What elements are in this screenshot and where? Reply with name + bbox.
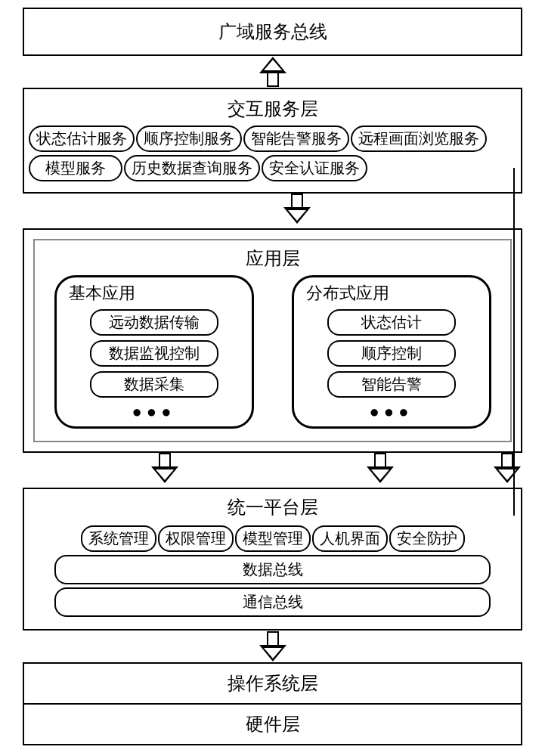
arrow-platform-to-os	[23, 631, 522, 662]
service-history-query: 历史数据查询服务	[124, 155, 260, 181]
platform-title: 统一平台层	[54, 494, 491, 525]
dist-more-icon: ●●●	[302, 402, 482, 422]
dist-item-2: 智能告警	[327, 371, 456, 398]
basic-item-0: 远动数据传输	[90, 309, 218, 336]
plat-security: 安全防护	[389, 525, 465, 552]
application-inner-frame: 应用层 基本应用 远动数据传输 数据监视控制 数据采集 ●●● 分布式应用 状态…	[33, 239, 512, 442]
basic-item-2: 数据采集	[90, 371, 218, 398]
basic-more-icon: ●●●	[64, 402, 244, 422]
service-security-auth: 安全认证服务	[262, 155, 367, 181]
plat-perm-mgmt: 权限管理	[158, 525, 234, 552]
plat-data-bus: 数据总线	[54, 555, 491, 584]
hardware-title: 硬件层	[24, 703, 521, 744]
distributed-app-box: 分布式应用 状态估计 顺序控制 智能告警 ●●●	[292, 275, 491, 429]
plat-comm-bus: 通信总线	[54, 587, 491, 617]
service-state-estimate: 状态估计服务	[29, 125, 135, 152]
wan-bus-layer: 广域服务总线	[23, 8, 522, 56]
wan-bus-title: 广域服务总线	[24, 9, 521, 54]
basic-app-title: 基本应用	[64, 282, 244, 309]
arrows-interaction-to-app	[23, 194, 522, 228]
basic-app-box: 基本应用 远动数据传输 数据监视控制 数据采集 ●●●	[54, 275, 254, 429]
platform-layer: 统一平台层 系统管理 权限管理 模型管理 人机界面 安全防护 数据总线 通信总线	[23, 488, 522, 631]
os-hardware-layer: 操作系统层 硬件层	[23, 662, 522, 745]
service-sequence-control: 顺序控制服务	[136, 125, 242, 152]
dist-item-1: 顺序控制	[327, 340, 456, 367]
plat-sys-mgmt: 系统管理	[81, 525, 156, 552]
distributed-app-title: 分布式应用	[302, 282, 482, 309]
basic-item-1: 数据监视控制	[90, 340, 218, 367]
application-title: 应用层	[50, 245, 495, 275]
interaction-title: 交互服务层	[29, 94, 516, 125]
service-remote-browse: 远程画面浏览服务	[351, 125, 487, 152]
os-title: 操作系统层	[24, 664, 521, 703]
arrow-to-wan	[23, 56, 522, 88]
service-model: 模型服务	[29, 155, 122, 181]
service-smart-alarm: 智能告警服务	[243, 125, 349, 152]
plat-hmi: 人机界面	[312, 525, 388, 552]
plat-model-mgmt: 模型管理	[235, 525, 311, 552]
interaction-layer: 交互服务层 状态估计服务 顺序控制服务 智能告警服务 远程画面浏览服务 模型服务…	[23, 88, 522, 194]
right-connector-line	[513, 168, 515, 516]
arrows-app-to-platform	[23, 453, 522, 488]
application-layer: 应用层 基本应用 远动数据传输 数据监视控制 数据采集 ●●● 分布式应用 状态…	[23, 228, 522, 453]
dist-item-0: 状态估计	[327, 309, 456, 336]
